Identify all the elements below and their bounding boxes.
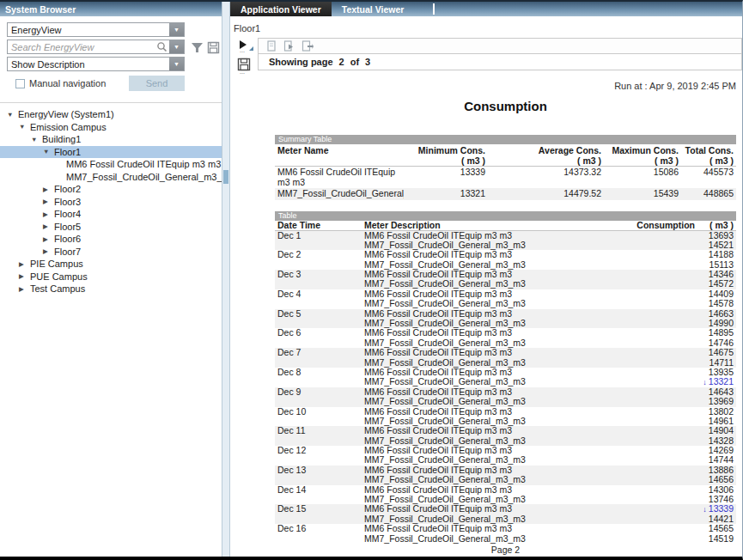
col-consumption-unit: ( m3 ) [695,221,736,230]
detail-date: Dec 15 [275,504,361,514]
chevron-right-icon[interactable]: ▶ [19,285,29,293]
chevron-down-icon[interactable]: ▼ [169,58,184,70]
summary-table-band: Summary Table [275,135,736,144]
summary-value: 13339 [404,167,485,187]
tree-item[interactable]: ▶Floor5 [0,221,222,234]
col-minimum: Minimum Cons. ( m3 ) [404,145,485,166]
tree-item[interactable]: ▼Floor1 [0,146,222,159]
tree-item-label: Floor3 [53,197,81,207]
tree-item[interactable]: ▼EnergyView (System1) [0,108,222,121]
detail-meter-description: MM7_Fossil_CrudeOil_General_m3_m3 [361,534,633,544]
detail-date-group: Dec 3MM6 Fossil CrudeOil ITEquip m3 m314… [275,270,736,289]
page-footer: Page 2 [275,545,736,555]
chevron-right-icon[interactable]: ▶ [43,186,53,193]
detail-date: Dec 11 [275,426,361,435]
detail-date: Dec 9 [275,387,361,397]
tree-item[interactable]: MM6 Fossil CrudeOil ITEquip m3 m3 [0,158,222,171]
manual-navigation-checkbox[interactable] [15,79,25,88]
detail-meter-description: MM6 Fossil CrudeOil ITEquip m3 m3 [361,524,633,533]
detail-date-group: Dec 10MM6 Fossil CrudeOil ITEquip m3 m31… [275,407,736,427]
app-window: System Browser EnergyView ▼ Search Energ… [0,0,743,560]
chevron-down-icon[interactable]: ▼ [31,136,41,143]
page-export-icon[interactable] [301,40,314,52]
detail-date: Dec 6 [275,328,361,338]
chevron-right-icon[interactable]: ▶ [43,210,53,218]
detail-date: Dec 12 [275,446,361,455]
detail-row: Dec 16MM6 Fossil CrudeOil ITEquip m3 m31… [275,524,736,533]
page-icon[interactable] [266,40,277,52]
detail-value: 14675 [633,348,736,357]
tab-textual-viewer[interactable]: Textual Viewer [332,2,431,16]
detail-date-group: Dec 9MM6 Fossil CrudeOil ITEquip m3 m314… [275,387,736,407]
save-report-icon[interactable]: ... [237,58,258,75]
system-dropdown[interactable]: EnergyView ▼ [7,22,185,37]
summary-value: 14479.52 [485,189,601,199]
detail-date: Dec 16 [275,524,361,533]
chevron-down-icon[interactable]: ▼ [169,23,184,36]
chevron-right-icon[interactable]: ▶ [19,272,29,280]
filter-icon[interactable] [191,41,204,55]
tree-item[interactable]: ▶Floor7 [0,246,222,259]
tree-item-label: Floor1 [53,147,81,157]
detail-date-group: Dec 6MM6 Fossil CrudeOil ITEquip m3 m314… [275,328,736,348]
detail-row: MM7_Fossil_CrudeOil_General_m3_m314656 [275,475,736,484]
detail-date-group: Dec 5MM6 Fossil CrudeOil ITEquip m3 m314… [275,309,736,329]
description-dropdown-value: Show Description [8,59,169,70]
summary-value: 13321 [404,189,485,199]
tree-item-label: PUE Campus [29,271,88,282]
send-button[interactable]: Send [129,76,185,91]
detail-date [275,475,361,484]
detail-date: Dec 5 [275,309,361,319]
detail-date: Dec 8 [275,368,361,377]
arrow-down-icon: ↓ [703,378,707,387]
tree-item[interactable]: ▼Building1 [0,133,222,146]
paging-of: of [350,57,359,67]
panel-splitter[interactable] [222,2,230,557]
chevron-right-icon[interactable]: ▶ [43,198,53,205]
save-icon[interactable] [207,41,221,55]
detail-table-body: Dec 1MM6 Fossil CrudeOil ITEquip m3 m313… [275,231,736,545]
tree-item[interactable]: ▼Emission Campus [0,121,222,134]
tab-application-viewer[interactable]: Application Viewer [230,2,332,16]
tree-item[interactable]: MM7_Fossil_CrudeOil_General_m3_m3 [0,171,222,184]
tree-item-label: Floor7 [53,247,81,257]
description-dropdown[interactable]: Show Description ▼ [7,57,185,71]
chevron-down-icon[interactable]: ▼ [43,148,53,155]
chevron-down-icon[interactable]: ▼ [7,111,17,119]
detail-row: MM7_Fossil_CrudeOil_General_m3_m314519 [275,534,736,544]
col-average: Average Cons. ( m3 ) [485,145,601,166]
search-icon[interactable] [156,41,167,52]
chevron-down-icon[interactable]: ▼ [169,40,184,53]
search-input[interactable]: Search EnergyView ▼ [7,40,185,54]
tree-item-label: Test Campus [29,283,85,294]
tree-item-label: Floor5 [53,222,81,232]
paging-current: 2 [339,57,344,67]
tab-label: Application Viewer [241,4,321,15]
tree-item[interactable]: ▶Floor2 [0,183,222,196]
summary-row: MM7_Fossil_CrudeOil_General_1332114479.5… [275,188,736,200]
viewer-tabbar: Application Viewer Textual Viewer [230,2,743,16]
detail-meter-description: MM7_Fossil_CrudeOil_General_m3_m3 [361,475,633,484]
chevron-right-icon[interactable]: ▶ [43,222,53,230]
summary-table: Summary Table Meter Name Minimum Cons. (… [275,135,736,200]
tree-item[interactable]: ▶Test Campus [0,283,222,295]
tree-item[interactable]: ▶PIE Campus [0,258,222,271]
chevron-right-icon[interactable]: ▶ [43,247,53,255]
tree-item[interactable]: ▶Floor6 [0,233,222,246]
detail-date: Dec 13 [275,466,361,475]
tree-item[interactable]: ▶Floor3 [0,196,222,209]
page-next-icon[interactable] [283,40,295,52]
tree-item[interactable]: ▶PUE Campus [0,271,222,283]
detail-date: Dec 7 [275,348,361,357]
chevron-right-icon[interactable]: ▶ [19,260,29,268]
splitter-handle-icon[interactable] [223,170,228,184]
detail-date-group: Dec 15MM6 Fossil CrudeOil ITEquip m3 m3↓… [275,504,736,524]
summary-meter-name: MM6 Fossil CrudeOil ITEquip m3 m3 [275,167,404,187]
detail-value: 14519 [633,534,736,544]
chevron-right-icon[interactable]: ▶ [43,235,53,243]
tree-item[interactable]: ▶Floor4 [0,208,222,221]
system-browser-title: System Browser [5,4,76,15]
chevron-down-icon[interactable]: ▼ [19,123,29,131]
run-report-icon[interactable]: ... [239,40,258,53]
detail-date-group: Dec 16MM6 Fossil CrudeOil ITEquip m3 m31… [275,524,736,544]
